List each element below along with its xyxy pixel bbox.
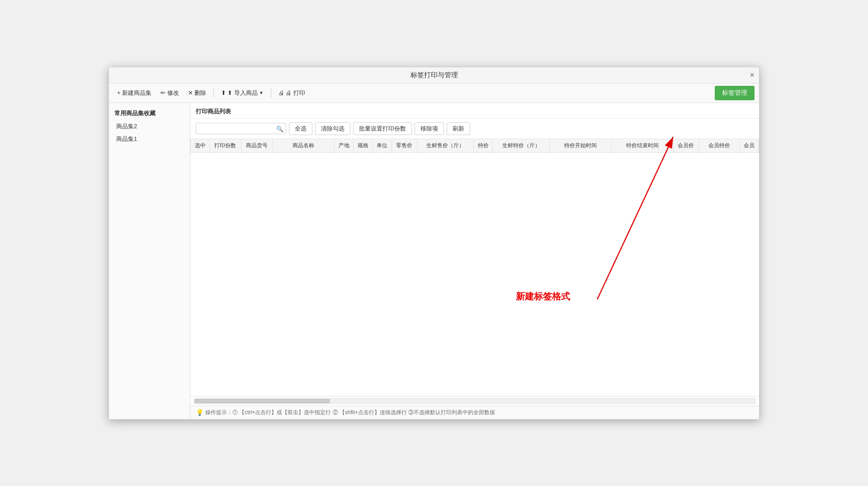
col-unit: 单位 <box>373 139 392 152</box>
import-button[interactable]: ⬆ ⬆ 导入商品 ▼ <box>217 87 267 99</box>
col-selected: 选中 <box>191 139 210 152</box>
search-bar: 🔍 全选 清除勾选 批量设置打印份数 移除项 刷新 <box>190 119 759 139</box>
edit-button[interactable]: ✏ 修改 <box>157 87 183 99</box>
col-special-price: 特价 <box>474 139 493 152</box>
search-input[interactable] <box>196 123 286 134</box>
dropdown-icon: ▼ <box>259 90 264 95</box>
remove-item-button[interactable]: 移除项 <box>415 122 444 135</box>
col-special-end: 特价结束时间 <box>611 139 673 152</box>
col-member-price: 会员价 <box>673 139 698 152</box>
col-member-special-price: 会员特价 <box>698 139 740 152</box>
import-label: ⬆ 导入商品 <box>227 89 258 97</box>
title-bar: 标签打印与管理 × <box>109 67 759 84</box>
sidebar-item-collection1[interactable]: 商品集1 <box>109 133 190 145</box>
sidebar: 常用商品集收藏 商品集2 商品集1 <box>109 103 190 419</box>
tag-manager-button[interactable]: 标签管理 <box>715 86 755 100</box>
search-input-wrap: 🔍 <box>196 123 286 134</box>
toolbar-separator <box>213 89 214 98</box>
col-retail-price: 零售价 <box>392 139 417 152</box>
col-member: 会员 <box>740 139 759 152</box>
status-bar: 💡 操作提示：① 【ctrl+点击行】或【双击】选中指定行 ② 【shfit+点… <box>190 406 759 419</box>
table-wrap: 选中 打印份数 商品货号 商品名称 产地 规格 单位 零售价 生鲜售价（斤） 特… <box>190 139 759 396</box>
scrollbar-track[interactable] <box>194 398 755 404</box>
sidebar-item-collection2[interactable]: 商品集2 <box>109 120 190 133</box>
print-icon: 🖨 <box>278 89 284 96</box>
print-label: 🖨 打印 <box>286 89 305 97</box>
search-icon: 🔍 <box>276 125 283 132</box>
dialog-title: 标签打印与管理 <box>410 71 458 79</box>
clear-selection-button[interactable]: 清除勾选 <box>315 122 350 135</box>
col-spec: 规格 <box>354 139 373 152</box>
col-special-start: 特价开始时间 <box>549 139 611 152</box>
print-button[interactable]: 🖨 🖨 打印 <box>275 87 309 99</box>
toolbar: + 新建商品集 ✏ 修改 ✕ 删除 ⬆ ⬆ 导入商品 ▼ 🖨 🖨 打印 标签管理 <box>109 84 759 103</box>
content-area: 打印商品列表 🔍 全选 清除勾选 批量设置打印份数 移除项 刷新 选中 <box>190 103 759 419</box>
new-collection-button[interactable]: + 新建商品集 <box>113 87 155 99</box>
close-button[interactable]: × <box>750 70 755 80</box>
status-hint: 操作提示：① 【ctrl+点击行】或【双击】选中指定行 ② 【shfit+点击行… <box>205 409 495 416</box>
import-icon: ⬆ <box>221 89 226 96</box>
scrollbar-thumb[interactable] <box>194 399 330 403</box>
col-origin: 产地 <box>335 139 354 152</box>
content-title: 打印商品列表 <box>190 103 759 119</box>
sidebar-title: 常用商品集收藏 <box>109 107 190 120</box>
select-all-button[interactable]: 全选 <box>289 122 312 135</box>
hint-icon: 💡 <box>196 409 203 416</box>
scrollbar-area[interactable] <box>190 396 759 406</box>
main-area: 常用商品集收藏 商品集2 商品集1 打印商品列表 🔍 全选 清除勾选 批量设置打… <box>109 103 759 419</box>
col-name: 商品名称 <box>273 139 335 152</box>
table-header-row: 选中 打印份数 商品货号 商品名称 产地 规格 单位 零售价 生鲜售价（斤） 特… <box>191 139 759 152</box>
refresh-button[interactable]: 刷新 <box>447 122 470 135</box>
batch-set-copies-button[interactable]: 批量设置打印份数 <box>353 122 412 135</box>
col-fresh-price: 生鲜售价（斤） <box>417 139 473 152</box>
delete-button[interactable]: ✕ 删除 <box>184 87 210 99</box>
toolbar-separator2 <box>271 89 271 98</box>
col-fresh-special-price: 生鲜特价（斤） <box>493 139 549 152</box>
col-copies: 打印份数 <box>210 139 241 152</box>
col-sku: 商品货号 <box>241 139 273 152</box>
product-table: 选中 打印份数 商品货号 商品名称 产地 规格 单位 零售价 生鲜售价（斤） 特… <box>190 139 759 153</box>
